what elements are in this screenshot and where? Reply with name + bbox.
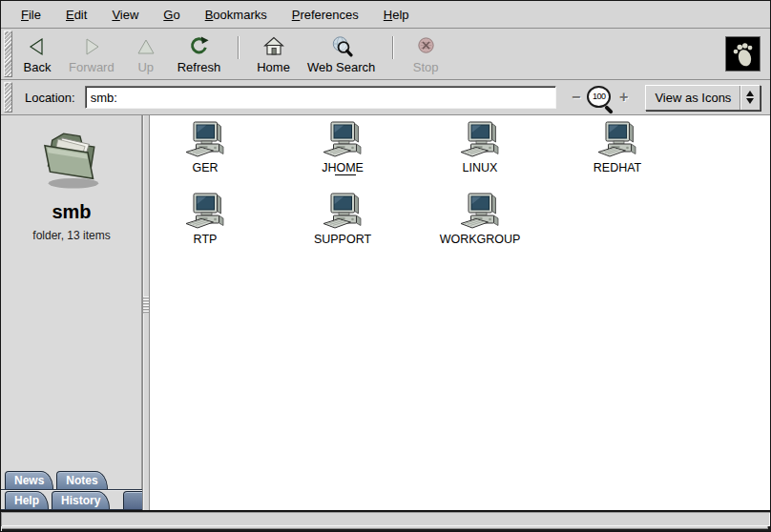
- web-search-button-label: Web Search: [307, 60, 375, 74]
- menu-help[interactable]: Help: [371, 2, 422, 28]
- dropdown-arrows-icon: [740, 86, 760, 110]
- location-input[interactable]: [85, 86, 556, 109]
- back-arrow-icon: [26, 35, 49, 58]
- locationbar-drag-handle[interactable]: [4, 82, 12, 113]
- hover-underline-artifact: [335, 174, 356, 175]
- view-mode-dropdown[interactable]: View as Icons: [645, 85, 761, 111]
- network-share-workgroup[interactable]: WORKGROUP: [425, 192, 535, 251]
- computer-icon: [184, 120, 226, 158]
- computer-icon: [596, 120, 638, 158]
- menu-edit[interactable]: Edit: [53, 2, 99, 28]
- zoom-level-control[interactable]: 100: [587, 86, 613, 110]
- open-folder-icon: [34, 129, 109, 192]
- tool-bar: Back Forward Up Refresh Home Web Search …: [1, 29, 770, 80]
- stop-icon: [415, 35, 437, 58]
- stop-button: Stop: [405, 31, 447, 77]
- sidebar-tab-news[interactable]: News: [5, 471, 53, 489]
- forward-arrow-icon: [80, 35, 103, 58]
- icon-label: GER: [192, 161, 218, 174]
- sidebar-header: smb folder, 13 items: [1, 115, 142, 242]
- zoom-in-button[interactable]: +: [615, 89, 632, 106]
- icon-label: SUPPORT: [314, 233, 371, 246]
- splitter-grip[interactable]: [143, 297, 149, 314]
- up-button: Up: [125, 31, 167, 77]
- computer-icon: [459, 120, 501, 158]
- icon-label: WORKGROUP: [440, 233, 521, 246]
- sidebar-tab-partial[interactable]: [123, 491, 142, 509]
- sidebar-splitter[interactable]: [142, 115, 150, 510]
- up-arrow-icon: [135, 35, 157, 58]
- menu-go[interactable]: Go: [151, 2, 192, 28]
- menu-preferences[interactable]: Preferences: [280, 2, 371, 28]
- icon-label: LINUX: [463, 161, 498, 174]
- menu-view[interactable]: View: [99, 2, 151, 28]
- sidebar: smb folder, 13 items News Notes Help His…: [1, 115, 142, 510]
- gnome-foot-logo: [725, 36, 761, 72]
- sidebar-tab-help[interactable]: Help: [5, 491, 49, 509]
- toolbar-drag-handle[interactable]: [4, 31, 12, 77]
- network-share-ger[interactable]: GER: [150, 120, 260, 179]
- menu-bookmarks[interactable]: Bookmarks: [193, 2, 280, 28]
- computer-icon: [322, 192, 364, 230]
- computer-icon: [459, 192, 501, 230]
- home-icon: [262, 35, 285, 58]
- forward-button: Forward: [62, 31, 121, 77]
- icon-label: RTP: [194, 233, 218, 246]
- menu-file[interactable]: File: [9, 2, 53, 28]
- network-share-support[interactable]: SUPPORT: [287, 192, 398, 251]
- sidebar-tab-row-2: Help History: [1, 490, 142, 510]
- magnifier-handle-icon: [604, 105, 614, 114]
- sidebar-tab-history[interactable]: History: [52, 491, 110, 509]
- forward-button-label: Forward: [69, 60, 115, 74]
- sidebar-folder-title: smb: [52, 201, 91, 223]
- refresh-button-label: Refresh: [177, 60, 221, 74]
- computer-icon: [184, 192, 226, 230]
- content-area: smb folder, 13 items News Notes Help His…: [1, 115, 770, 510]
- sidebar-tab-row-1: News Notes: [1, 470, 142, 490]
- refresh-button[interactable]: Refresh: [171, 31, 228, 77]
- status-bar: [1, 510, 770, 526]
- stop-button-label: Stop: [413, 60, 439, 74]
- sidebar-tab-rows: News Notes Help History: [1, 470, 142, 510]
- up-button-label: Up: [137, 60, 154, 74]
- icon-label: REDHAT: [594, 161, 641, 174]
- sidebar-folder-info: folder, 13 items: [32, 229, 110, 242]
- toolbar-separator: [392, 36, 394, 59]
- zoom-level-value: 100: [587, 86, 611, 108]
- toolbar-separator: [238, 36, 240, 59]
- view-mode-value: View as Icons: [646, 86, 740, 110]
- home-button[interactable]: Home: [250, 31, 297, 77]
- refresh-icon: [188, 35, 210, 58]
- network-share-linux[interactable]: LINUX: [425, 120, 535, 179]
- zoom-out-button[interactable]: −: [568, 89, 584, 106]
- web-search-button[interactable]: Web Search: [301, 31, 382, 77]
- menu-bar: File Edit View Go Bookmarks Preferences …: [1, 1, 770, 29]
- web-search-icon: [330, 35, 353, 58]
- network-share-jhome[interactable]: JHOME: [287, 120, 398, 179]
- location-bar: Location: − 100 + View as Icons: [1, 80, 770, 115]
- computer-icon: [322, 120, 364, 158]
- home-button-label: Home: [257, 60, 290, 74]
- file-manager-window: File Edit View Go Bookmarks Preferences …: [0, 0, 771, 532]
- network-share-redhat[interactable]: REDHAT: [562, 120, 673, 179]
- sidebar-tab-notes[interactable]: Notes: [56, 471, 107, 489]
- icon-view: GER JHOME LINUX REDHAT RTP SUPPORT: [150, 115, 770, 510]
- network-share-rtp[interactable]: RTP: [150, 192, 260, 251]
- location-label: Location:: [25, 91, 75, 105]
- back-button[interactable]: Back: [16, 31, 58, 77]
- back-button-label: Back: [24, 60, 52, 74]
- icon-label: JHOME: [322, 161, 364, 174]
